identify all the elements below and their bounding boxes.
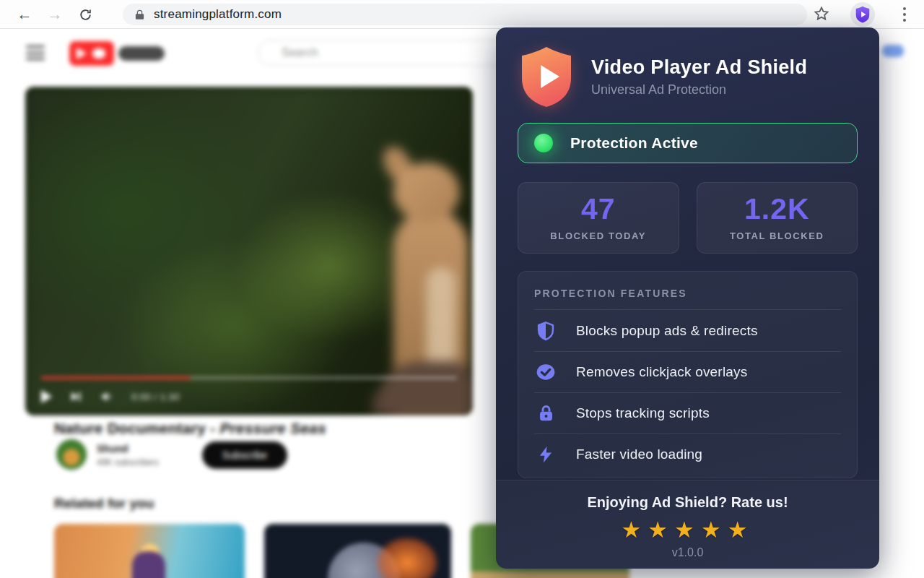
lock-icon [134,9,145,20]
video-player[interactable]: 0:00 / 1:30 [25,87,473,415]
extension-shield-icon [855,6,871,23]
forward-button[interactable]: → [45,5,65,24]
extension-button[interactable] [850,2,875,27]
browser-menu-button[interactable] [897,4,912,25]
rating-star-5[interactable]: ★ [728,517,754,543]
channel-name[interactable]: Shund [97,443,128,454]
volume-button[interactable] [100,390,114,403]
feature-label: Removes clickjack overlays [576,364,748,380]
stat-value: 1.2K [697,192,858,226]
rate-prompt: Enjoying Ad Shield? Rate us! [496,494,879,511]
time-display: 0:00 / 1:30 [131,392,180,402]
related-thumbnail-2[interactable] [264,524,451,578]
channel-subscribers: 49K subscribers [97,457,159,467]
check-circle-icon [534,361,557,384]
site-logo-wordmark [118,46,165,61]
play-button[interactable] [41,390,52,403]
sign-in-button[interactable] [882,45,904,57]
search-placeholder: Search [282,46,318,59]
feature-label: Stops tracking scripts [576,405,710,421]
logo-play-icon [77,48,87,59]
protection-toggle[interactable]: Protection Active [518,123,858,163]
extension-popup: Video Player Ad Shield Universal Ad Prot… [496,27,879,569]
popup-footer: Enjoying Ad Shield? Rate us! ★★★★★ v1.0.… [496,480,879,569]
video-controls: 0:00 / 1:30 [41,387,180,407]
url-text: streamingplatform.com [154,7,282,22]
feature-row: Faster video loading [534,434,841,475]
related-thumbnail-1[interactable] [54,524,245,578]
rating-star-2[interactable]: ★ [648,517,674,543]
video-progress-fill [41,376,191,379]
reload-icon [79,8,92,22]
stat-label: BLOCKED TODAY [518,230,679,241]
hamburger-menu-button[interactable] [26,46,45,60]
next-track-button[interactable] [69,390,82,403]
ad-shield-logo-icon [518,45,575,108]
feature-label: Blocks popup ads & redirects [576,323,758,339]
rating-star-3[interactable]: ★ [674,517,701,543]
browser-toolbar: ← → streamingplatform.com [0,0,924,29]
shield-icon [534,319,557,342]
video-frame [25,87,473,415]
stat-value: 47 [518,192,679,226]
stats-row: 47 BLOCKED TODAY 1.2K TOTAL BLOCKED [518,182,858,254]
feature-row: Blocks popup ads & redirects [534,310,841,351]
stat-label: TOTAL BLOCKED [697,230,858,241]
features-panel: PROTECTION FEATURES Blocks popup ads & r… [518,271,858,478]
related-heading: Related for you [54,496,154,512]
rating-star-1[interactable]: ★ [622,517,648,543]
channel-avatar[interactable] [56,439,87,470]
back-button[interactable]: ← [14,5,35,24]
popup-header-text: Video Player Ad Shield Universal Ad Prot… [591,56,807,98]
version-label: v1.0.0 [496,546,879,559]
star-icon [813,5,830,22]
status-indicator-dot [534,134,553,152]
status-label: Protection Active [570,134,698,152]
stat-card-blocked-today: 47 BLOCKED TODAY [518,182,679,254]
video-progress-bar[interactable] [41,376,457,379]
bolt-icon [534,443,557,466]
video-title: Nature Documentary - Pressure Seas [54,420,326,437]
bookmark-star-button[interactable] [813,5,832,24]
browser-window: ← → streamingplatform.com [0,0,924,578]
lock-icon [534,402,557,425]
features-heading: PROTECTION FEATURES [534,282,841,310]
feature-row: Removes clickjack overlays [534,351,841,392]
feature-row: Stops tracking scripts [534,392,841,434]
popup-header: Video Player Ad Shield Universal Ad Prot… [518,45,858,108]
reload-button[interactable] [75,5,95,24]
site-logo[interactable] [69,41,114,66]
address-bar[interactable]: streamingplatform.com [123,4,807,25]
subscribe-button[interactable]: Subscribe [202,441,287,469]
rating-star-4[interactable]: ★ [701,517,728,543]
rating-stars[interactable]: ★★★★★ [496,517,879,543]
popup-subtitle: Universal Ad Protection [591,82,807,98]
stat-card-total-blocked: 1.2K TOTAL BLOCKED [697,182,858,254]
popup-title: Video Player Ad Shield [591,56,807,79]
feature-label: Faster video loading [576,447,702,462]
